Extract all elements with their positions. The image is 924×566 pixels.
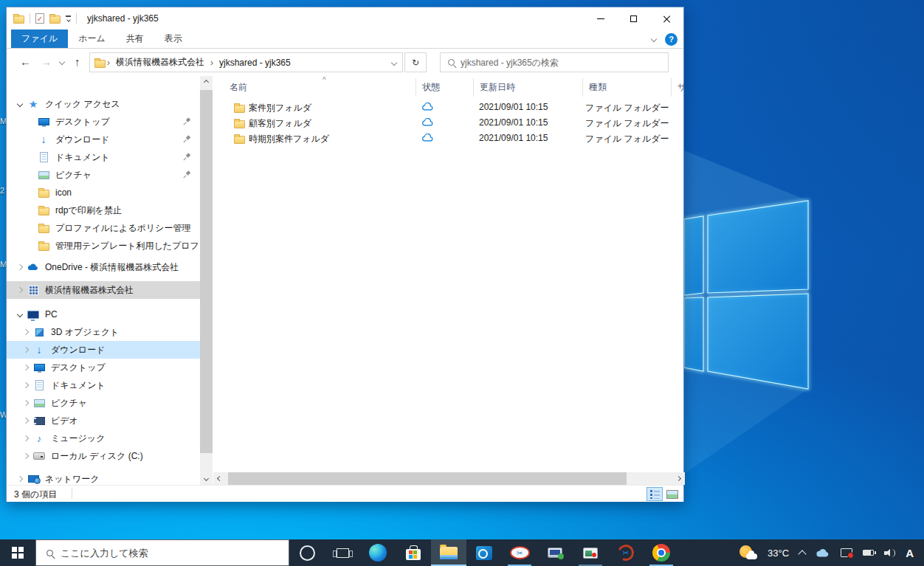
chevron-right-icon[interactable] bbox=[23, 418, 29, 424]
sidebar-item-3d-objects[interactable]: 3D オブジェクト bbox=[7, 323, 200, 341]
sidebar-item-pc-desktop[interactable]: デスクトップ bbox=[7, 359, 200, 376]
breadcrumb-current-folder[interactable]: yjkshared - yjk365 bbox=[215, 58, 295, 68]
speaker-icon[interactable] bbox=[884, 548, 895, 557]
scroll-left-arrow[interactable] bbox=[213, 472, 226, 485]
edge-button[interactable] bbox=[360, 539, 396, 566]
maximize-button[interactable] bbox=[617, 7, 650, 30]
cloud-status-icon bbox=[421, 134, 434, 142]
ime-indicator[interactable]: A bbox=[906, 547, 914, 559]
column-header-type[interactable]: 種類 bbox=[582, 78, 671, 97]
chevron-right-icon[interactable] bbox=[23, 382, 29, 388]
sidebar-item-pc-music[interactable]: ♪ ミュージック bbox=[7, 429, 200, 447]
chevron-right-icon[interactable] bbox=[17, 264, 23, 270]
sidebar-item-network[interactable]: ネットワーク bbox=[7, 470, 200, 485]
back-button[interactable]: ← bbox=[20, 56, 31, 67]
sidebar-scrollbar[interactable] bbox=[200, 76, 213, 485]
store-button[interactable] bbox=[396, 539, 431, 566]
address-dropdown-icon[interactable] bbox=[391, 59, 397, 65]
refresh-button[interactable]: ↻ bbox=[404, 52, 427, 72]
sidebar-item-onedrive[interactable]: OneDrive - 横浜情報機器株式会社 bbox=[7, 258, 200, 276]
taskbar-search-input[interactable] bbox=[61, 548, 252, 559]
sidebar-item-profile-policy-folder[interactable]: プロファイルによるポリシー管理 bbox=[7, 219, 200, 237]
close-button[interactable] bbox=[650, 7, 683, 30]
onedrive-tray-icon[interactable] bbox=[816, 548, 830, 558]
outlook-button[interactable] bbox=[466, 539, 502, 566]
tab-share[interactable]: 共有 bbox=[116, 30, 154, 48]
horizontal-scrollbar[interactable] bbox=[213, 472, 685, 485]
file-row[interactable]: 案件別フォルダ 2021/09/01 10:15 ファイル フォルダー bbox=[213, 100, 685, 115]
outlook-icon bbox=[476, 546, 492, 560]
qat-customize-icon[interactable] bbox=[66, 15, 71, 21]
column-header-size[interactable]: サ bbox=[671, 78, 685, 97]
show-hidden-icons-chevron[interactable] bbox=[798, 550, 806, 558]
file-row[interactable]: 顧客別フォルダ 2021/09/01 10:15 ファイル フォルダー bbox=[213, 115, 685, 131]
tab-home[interactable]: ホーム bbox=[68, 30, 116, 48]
scroll-up-arrow[interactable] bbox=[200, 76, 213, 89]
help-button[interactable]: ? bbox=[665, 33, 678, 46]
scroll-right-arrow[interactable] bbox=[672, 472, 685, 485]
sidebar-item-pc-pictures[interactable]: ピクチャ bbox=[7, 394, 200, 412]
scrollbar-thumb[interactable] bbox=[200, 90, 213, 453]
address-bar[interactable]: › 横浜情報機器株式会社 › yjkshared - yjk365 bbox=[89, 52, 403, 72]
sidebar-item-pc[interactable]: PC bbox=[7, 306, 200, 323]
task-view-button[interactable] bbox=[325, 539, 360, 566]
details-view-button[interactable] bbox=[647, 487, 663, 501]
sidebar-item-pictures[interactable]: ピクチャ bbox=[7, 166, 200, 184]
chevron-right-icon[interactable] bbox=[23, 329, 29, 335]
sidebar-item-pc-videos[interactable]: ビデオ bbox=[7, 412, 200, 429]
breadcrumb-company[interactable]: 横浜情報機器株式会社 bbox=[111, 56, 209, 69]
forward-button[interactable]: → bbox=[41, 56, 52, 67]
chevron-right-icon[interactable] bbox=[23, 347, 29, 353]
column-header-name[interactable]: 名前 ^ bbox=[224, 78, 416, 97]
cortana-button[interactable] bbox=[289, 539, 325, 566]
thumbnails-view-button[interactable] bbox=[664, 487, 680, 501]
search-box[interactable] bbox=[440, 52, 669, 72]
chevron-right-icon[interactable] bbox=[17, 476, 23, 482]
chrome-button[interactable] bbox=[644, 539, 679, 566]
chevron-down-icon[interactable] bbox=[17, 311, 23, 317]
file-explorer-button[interactable] bbox=[431, 539, 466, 566]
new-folder-icon[interactable] bbox=[49, 15, 61, 24]
start-button[interactable] bbox=[0, 539, 35, 566]
chevron-right-icon[interactable] bbox=[17, 287, 23, 293]
taskbar-search-box[interactable] bbox=[35, 539, 289, 566]
tab-file[interactable]: ファイル bbox=[11, 30, 68, 48]
search-input[interactable] bbox=[461, 58, 668, 68]
remote-desktop-button[interactable] bbox=[537, 539, 573, 566]
sidebar-item-quick-access[interactable]: ★ クイック アクセス bbox=[7, 95, 200, 113]
chevron-right-icon[interactable] bbox=[23, 400, 29, 406]
scroll-down-arrow[interactable] bbox=[200, 472, 213, 485]
display-record-icon[interactable] bbox=[841, 548, 852, 557]
sidebar-item-desktop[interactable]: デスクトップ bbox=[7, 113, 200, 131]
file-row[interactable]: 時期別案件フォルダ 2021/09/01 10:15 ファイル フォルダー bbox=[213, 131, 685, 146]
chevron-right-icon[interactable] bbox=[23, 453, 29, 459]
recent-locations-icon[interactable] bbox=[59, 59, 65, 65]
scissors-app-button[interactable]: ✂ bbox=[608, 539, 644, 566]
minimize-ribbon-icon[interactable] bbox=[651, 36, 657, 42]
window-folder-icon bbox=[13, 15, 24, 24]
sidebar-item-documents[interactable]: ドキュメント bbox=[7, 148, 200, 166]
properties-check-icon[interactable]: ✓ bbox=[35, 13, 44, 24]
sidebar-item-admin-template-folder[interactable]: 管理用テンプレート利用したプロファイル設定 bbox=[7, 237, 200, 255]
sidebar-item-pc-downloads[interactable]: ↓ ダウンロード bbox=[7, 341, 200, 359]
tab-view[interactable]: 表示 bbox=[154, 30, 193, 48]
chevron-down-icon[interactable] bbox=[17, 101, 23, 107]
sidebar-item-organization[interactable]: 横浜情報機器株式会社 bbox=[7, 281, 200, 299]
minimize-button[interactable] bbox=[584, 7, 617, 30]
snipping-app-button[interactable]: ✂ bbox=[502, 539, 537, 566]
weather-icon[interactable] bbox=[739, 545, 757, 560]
chevron-right-icon[interactable] bbox=[23, 435, 29, 441]
sidebar-item-local-disk-c[interactable]: ローカル ディスク (C:) bbox=[7, 447, 200, 465]
temperature-label[interactable]: 33°C bbox=[768, 548, 789, 559]
chevron-right-icon[interactable] bbox=[23, 365, 29, 370]
up-button[interactable]: ↑ bbox=[75, 56, 80, 67]
sidebar-item-downloads[interactable]: ↓ ダウンロード bbox=[7, 131, 200, 148]
column-header-modified[interactable]: 更新日時 bbox=[473, 78, 582, 97]
column-header-status[interactable]: 状態 bbox=[416, 78, 473, 97]
sidebar-item-pc-documents[interactable]: ドキュメント bbox=[7, 376, 200, 394]
scrollbar-thumb[interactable] bbox=[228, 472, 627, 485]
battery-icon[interactable] bbox=[863, 550, 874, 556]
sidebar-item-icon-folder[interactable]: icon bbox=[7, 184, 200, 201]
sidebar-item-rdp-folder[interactable]: rdpで印刷を禁止 bbox=[7, 201, 200, 219]
steps-recorder-button[interactable] bbox=[573, 539, 608, 566]
